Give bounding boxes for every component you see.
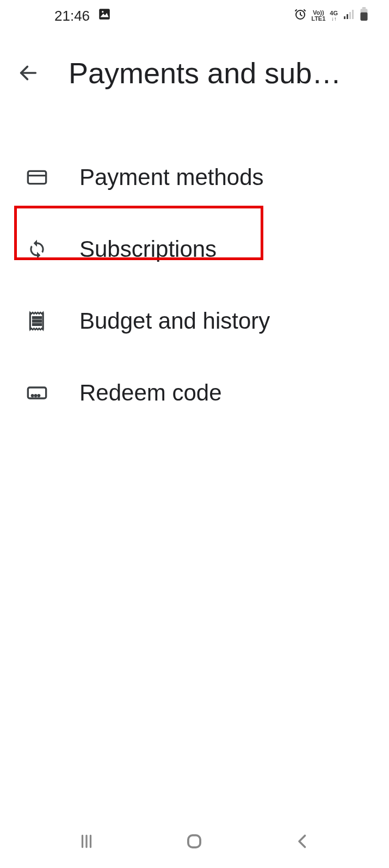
image-icon: [97, 7, 112, 25]
volte-indicator: Vo)) LTE1: [311, 10, 325, 22]
status-bar: 21:46 Vo)) LTE1 4G ↓↑: [0, 0, 389, 32]
home-button[interactable]: [178, 825, 211, 858]
sync-icon: [26, 238, 48, 260]
menu-label: Redeem code: [79, 380, 222, 406]
recents-button[interactable]: [70, 825, 103, 858]
svg-rect-4: [347, 14, 348, 19]
svg-point-19: [38, 395, 40, 397]
battery-icon: [360, 7, 368, 25]
signal-icon: [342, 8, 355, 24]
svg-point-18: [35, 395, 36, 397]
svg-rect-3: [344, 16, 345, 19]
nav-bar: [0, 820, 389, 868]
menu-label: Payment methods: [79, 164, 264, 190]
svg-rect-9: [361, 12, 368, 20]
status-left: 21:46: [54, 7, 112, 25]
svg-point-17: [32, 395, 33, 397]
back-nav-button[interactable]: [286, 825, 319, 858]
svg-point-1: [102, 11, 103, 13]
credit-card-icon: [26, 167, 48, 188]
menu-item-redeem-code[interactable]: Redeem code: [0, 357, 389, 429]
receipt-icon: [26, 310, 48, 332]
svg-rect-6: [352, 10, 354, 19]
alarm-icon: [294, 8, 307, 24]
svg-rect-16: [28, 387, 46, 398]
menu-item-subscriptions[interactable]: Subscriptions: [0, 213, 389, 285]
menu-item-payment-methods[interactable]: Payment methods: [0, 141, 389, 213]
back-button[interactable]: [15, 60, 41, 86]
svg-rect-0: [99, 9, 110, 20]
svg-rect-7: [362, 7, 366, 9]
status-time: 21:46: [54, 8, 90, 24]
page-title: Payments and sub…: [69, 56, 374, 90]
svg-rect-11: [28, 171, 46, 183]
svg-rect-5: [349, 12, 351, 19]
svg-rect-23: [188, 835, 200, 847]
menu-label: Budget and history: [79, 308, 270, 334]
header: Payments and sub…: [0, 32, 389, 103]
menu-item-budget-history[interactable]: Budget and history: [0, 285, 389, 357]
menu-label: Subscriptions: [79, 236, 217, 262]
status-right: Vo)) LTE1 4G ↓↑: [294, 7, 368, 25]
menu-list: Payment methods Subscriptions Budget and…: [0, 103, 389, 429]
network-indicator: 4G ↓↑: [330, 10, 338, 22]
gift-card-icon: [26, 382, 48, 404]
